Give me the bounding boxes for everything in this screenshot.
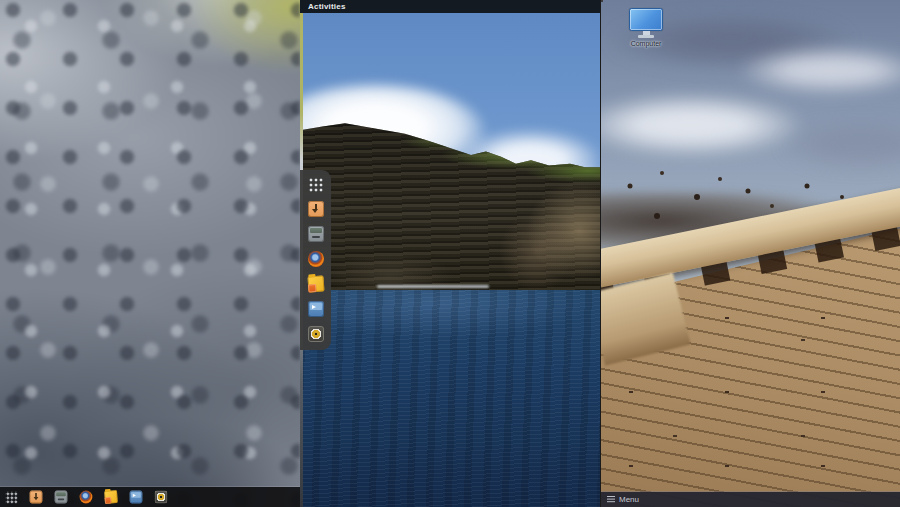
software-folder-icon[interactable] — [104, 490, 118, 504]
computer-desktop-icon[interactable]: Computer — [623, 8, 669, 47]
monitor-base — [638, 35, 654, 38]
software-folder-icon[interactable] — [307, 275, 324, 292]
desktop-panel-left — [0, 0, 300, 507]
file-manager-icon[interactable] — [308, 226, 324, 242]
media-player-icon[interactable] — [308, 301, 324, 317]
ocean-wallpaper — [300, 290, 600, 507]
audio-speaker-icon[interactable] — [155, 491, 168, 504]
shoreline-foam — [377, 285, 489, 288]
audio-speaker-icon[interactable] — [308, 326, 324, 342]
firefox-icon[interactable] — [308, 251, 324, 267]
grass-seed-heads — [601, 0, 603, 2]
monitor-icon — [629, 8, 663, 31]
hamburger-menu-icon[interactable] — [607, 496, 615, 503]
computer-icon-label: Computer — [623, 40, 669, 47]
right-taskbar: Menu — [601, 492, 900, 507]
installer-icon[interactable] — [308, 201, 324, 217]
rock-wallpaper-texture — [0, 0, 300, 507]
file-manager-icon[interactable] — [55, 491, 68, 504]
left-taskbar[interactable] — [0, 487, 300, 507]
screen: Activities Computer Menu — [0, 0, 900, 507]
media-player-icon[interactable] — [130, 491, 143, 504]
show-apps-grid-icon[interactable] — [6, 491, 18, 503]
menu-button[interactable]: Menu — [619, 495, 639, 504]
activities-button[interactable]: Activities — [300, 2, 354, 11]
desktop-panel-middle: Activities — [300, 0, 600, 507]
show-apps-grid-icon[interactable] — [308, 177, 323, 192]
desktop-panel-right: Computer Menu — [600, 0, 900, 507]
gnome-top-bar: Activities — [300, 0, 600, 13]
installer-icon[interactable] — [30, 491, 43, 504]
firefox-icon[interactable] — [80, 491, 93, 504]
gnome-dock[interactable] — [300, 170, 331, 350]
